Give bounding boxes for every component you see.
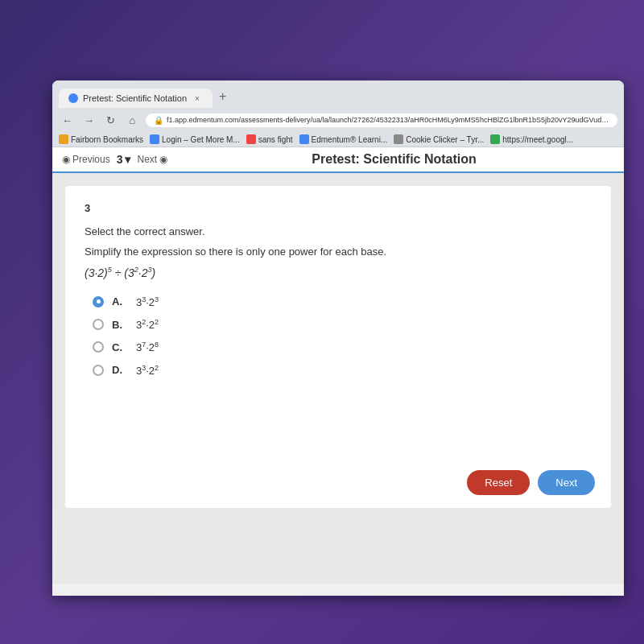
question-card: 3 Select the correct answer. Simplify th… — [65, 186, 611, 508]
desktop: Pretest: Scientific Notation × + ← → ↻ ⌂… — [0, 0, 644, 644]
address-bar-row: ← → ↻ ⌂ 🔒 f1.app.edmentum.com/assessment… — [52, 108, 624, 132]
bookmark-login[interactable]: Login – Get More M... — [150, 134, 240, 144]
question-text: Simplify the expression so there is only… — [85, 246, 592, 258]
bookmark-sans-label: sans fight — [258, 135, 293, 144]
radio-d[interactable] — [93, 365, 104, 376]
bookmark-edmentum[interactable]: Edmentum® Learni... — [299, 134, 388, 144]
bookmark-meet-icon — [490, 134, 500, 144]
page-header: ◉ Previous 3 ▾ Next ◉ Pretest: Scientifi… — [52, 147, 624, 173]
question-number-display[interactable]: 3 ▾ — [117, 153, 131, 166]
previous-button[interactable]: ◉ Previous — [62, 154, 110, 165]
option-b[interactable]: B. 32·22 — [93, 318, 592, 331]
content-area: 3 Select the correct answer. Simplify th… — [52, 173, 624, 584]
bookmark-login-label: Login – Get More M... — [162, 135, 240, 144]
option-a[interactable]: A. 33·23 — [93, 295, 592, 308]
browser-window: Pretest: Scientific Notation × + ← → ↻ ⌂… — [52, 80, 624, 596]
answer-options: A. 33·23 B. 32·22 C. 37·28 — [93, 295, 592, 377]
bookmarks-bar: Fairborn Bookmarks Login – Get More M...… — [52, 132, 624, 147]
bookmark-fairborn-icon — [59, 134, 68, 144]
radio-b[interactable] — [93, 319, 104, 330]
bookmark-fairborn[interactable]: Fairborn Bookmarks — [59, 134, 143, 144]
radio-a[interactable] — [93, 296, 104, 308]
tab-close-button[interactable]: × — [192, 93, 203, 104]
bookmark-meet[interactable]: https://meet.googl... — [490, 134, 573, 144]
dropdown-icon: ▾ — [125, 153, 130, 166]
option-c-math: 37·28 — [136, 341, 159, 353]
browser-chrome: Pretest: Scientific Notation × + ← → ↻ ⌂… — [52, 80, 624, 147]
reload-button[interactable]: ↻ — [102, 111, 119, 129]
option-c-label: C. — [112, 341, 128, 353]
tab-title: Pretest: Scientific Notation — [83, 93, 187, 103]
bookmark-cookie-icon — [394, 134, 403, 144]
bookmark-login-icon — [150, 134, 159, 144]
page-title: Pretest: Scientific Notation — [174, 152, 614, 167]
option-a-label: A. — [112, 295, 128, 308]
math-expression: (3·2)5 ÷ (32·23) — [85, 266, 592, 279]
address-text: f1.app.edmentum.com/assessments-delivery… — [167, 116, 609, 124]
reset-button[interactable]: Reset — [467, 470, 530, 495]
option-c[interactable]: C. 37·28 — [93, 341, 592, 353]
next-nav-icon: ◉ — [159, 154, 167, 165]
home-button[interactable]: ⌂ — [124, 111, 141, 129]
tab-favicon — [68, 93, 78, 103]
option-b-math: 32·22 — [136, 318, 159, 331]
previous-label: Previous — [72, 154, 110, 165]
next-nav-button[interactable]: Next ◉ — [137, 154, 167, 165]
secure-icon: 🔒 — [154, 116, 163, 125]
option-b-label: B. — [112, 319, 128, 331]
new-tab-button[interactable]: + — [213, 85, 233, 108]
forward-button[interactable]: → — [80, 111, 97, 129]
previous-icon: ◉ — [62, 154, 70, 165]
bookmark-meet-label: https://meet.googl... — [502, 135, 573, 144]
bookmark-cookie[interactable]: Cookie Clicker – Tyr... — [394, 134, 484, 144]
next-button[interactable]: Next — [538, 470, 595, 495]
radio-c[interactable] — [93, 341, 104, 353]
question-badge: 3 — [85, 202, 592, 214]
bottom-buttons: Reset Next — [467, 470, 595, 495]
next-nav-label: Next — [137, 154, 157, 165]
bookmark-fairborn-label: Fairborn Bookmarks — [71, 135, 143, 144]
tab-bar: Pretest: Scientific Notation × + — [52, 80, 624, 108]
bookmark-sans-icon — [246, 134, 256, 144]
option-d[interactable]: D. 33·22 — [93, 364, 592, 377]
bookmark-edmentum-icon — [299, 134, 309, 144]
address-bar[interactable]: 🔒 f1.app.edmentum.com/assessments-delive… — [146, 114, 617, 127]
question-instruction: Select the correct answer. — [85, 225, 592, 237]
bookmark-sans[interactable]: sans fight — [246, 134, 293, 144]
back-button[interactable]: ← — [59, 111, 76, 129]
option-d-label: D. — [112, 364, 128, 376]
active-tab[interactable]: Pretest: Scientific Notation × — [59, 89, 213, 108]
bookmark-edmentum-label: Edmentum® Learni... — [312, 135, 388, 144]
bookmark-cookie-label: Cookie Clicker – Tyr... — [406, 135, 484, 144]
option-d-math: 33·22 — [136, 364, 159, 377]
question-number-text: 3 — [117, 153, 123, 166]
option-a-math: 33·23 — [136, 295, 159, 308]
